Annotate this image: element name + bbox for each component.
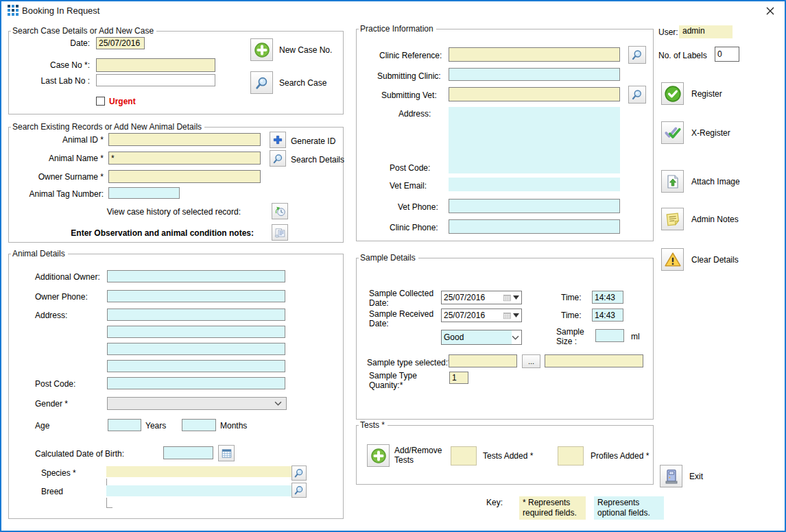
collected-time-field[interactable]	[592, 291, 623, 304]
animal-name-field[interactable]	[108, 152, 261, 165]
sample-received-date-value: 25/07/2016	[442, 311, 503, 320]
attach-image-icon	[665, 173, 681, 190]
sample-type-extra-field[interactable]	[545, 354, 643, 367]
sticky-note-icon	[665, 211, 681, 228]
close-button[interactable]	[761, 4, 779, 18]
window-title: Booking In Request	[22, 5, 99, 16]
breed-search-button[interactable]	[291, 483, 307, 498]
clinic-phone-field[interactable]	[449, 219, 620, 234]
new-case-button[interactable]	[250, 38, 273, 61]
chevron-down-icon	[512, 335, 519, 340]
search-details-button-label: Search Details	[291, 155, 344, 165]
search-icon	[294, 485, 305, 496]
last-lab-field[interactable]	[96, 74, 215, 86]
animal-name-label: Animal Name *	[9, 154, 104, 163]
sample-received-date-label: Sample Received Date:	[369, 309, 438, 328]
search-case-button[interactable]	[250, 71, 273, 94]
owner-surname-field[interactable]	[108, 170, 261, 183]
species-search-button[interactable]	[291, 466, 307, 481]
breed-field[interactable]	[106, 485, 291, 496]
sample-condition-value: Good	[442, 330, 512, 344]
register-button[interactable]	[661, 82, 684, 105]
clear-details-label: Clear Details	[691, 255, 739, 265]
vet-phone-label: Vet Phone:	[398, 202, 438, 212]
search-details-button[interactable]	[270, 150, 286, 167]
sample-received-date-picker[interactable]: 25/07/2016	[441, 309, 522, 322]
date-label: Date:	[9, 38, 90, 48]
post-code-label: Post Code:	[35, 379, 75, 389]
submitting-clinic-field[interactable]	[449, 68, 620, 81]
clinic-phone-label: Clinic Phone:	[390, 223, 438, 232]
months-label: Months	[220, 421, 247, 431]
dropdown-arrow-icon	[513, 295, 519, 300]
received-time-field[interactable]	[592, 309, 623, 322]
admin-notes-label: Admin Notes	[691, 215, 739, 224]
case-history-button[interactable]	[272, 203, 288, 219]
add-remove-tests-button[interactable]	[367, 444, 390, 467]
vet-email-field[interactable]	[449, 178, 620, 191]
new-case-button-label: New Case No.	[279, 45, 332, 55]
clear-details-button[interactable]	[661, 248, 684, 271]
exit-label: Exit	[689, 472, 703, 481]
observation-notes-button[interactable]	[272, 224, 288, 241]
case-no-field[interactable]	[96, 58, 215, 72]
group-sample-details-title: Sample Details	[359, 253, 418, 263]
exit-door-icon	[663, 468, 680, 485]
group-tests-title: Tests *	[359, 420, 388, 430]
sample-condition-select[interactable]: Good	[441, 330, 522, 345]
group-search-records-title: Search Existing Records or Add New Anima…	[11, 122, 204, 132]
dob-field[interactable]	[163, 446, 213, 459]
sample-type-quantity-field[interactable]	[449, 372, 468, 384]
age-months-field[interactable]	[182, 419, 216, 431]
post-code-field[interactable]	[107, 377, 285, 389]
warning-icon	[664, 251, 682, 269]
submitting-clinic-label: Submitting Clinic:	[377, 71, 441, 81]
address-line3-field[interactable]	[107, 343, 285, 355]
owner-surname-label: Owner Surname *	[9, 172, 104, 182]
species-field[interactable]	[106, 466, 291, 477]
gender-label: Gender *	[35, 399, 68, 409]
date-field[interactable]	[96, 37, 145, 49]
sample-type-browse-button[interactable]: ...	[522, 354, 540, 368]
animal-id-field[interactable]	[108, 133, 261, 146]
admin-notes-button[interactable]	[661, 208, 684, 230]
address-label: Address:	[35, 311, 67, 320]
no-of-labels-field[interactable]	[715, 47, 739, 62]
dob-calendar-button[interactable]	[218, 445, 235, 461]
address-line1-field[interactable]	[107, 309, 285, 321]
group-practice-information-title: Practice Information	[359, 24, 436, 34]
owner-phone-field[interactable]	[107, 290, 285, 302]
double-check-icon	[664, 124, 682, 142]
urgent-checkbox[interactable]	[96, 97, 105, 106]
age-years-field[interactable]	[108, 419, 141, 431]
animal-tag-field[interactable]	[108, 187, 180, 199]
sample-size-field[interactable]	[595, 329, 624, 342]
practice-address-label: Address:	[398, 109, 431, 119]
submitting-vet-search-button[interactable]	[628, 86, 646, 104]
practice-address-field[interactable]	[449, 107, 620, 173]
search-case-button-label: Search Case	[279, 78, 326, 88]
search-icon	[631, 49, 643, 61]
clinic-reference-search-button[interactable]	[628, 46, 646, 64]
generate-id-button[interactable]	[270, 132, 286, 148]
chevron-down-icon	[274, 401, 286, 406]
additional-owner-field[interactable]	[107, 270, 285, 282]
history-clock-icon	[274, 206, 286, 217]
attach-image-button[interactable]	[661, 170, 684, 193]
owner-phone-label: Owner Phone:	[35, 292, 88, 302]
profiles-added-box	[558, 446, 584, 466]
address-line4-field[interactable]	[107, 360, 285, 372]
plus-circle-icon	[370, 448, 387, 464]
search-icon	[294, 468, 305, 479]
vet-phone-field[interactable]	[449, 199, 620, 213]
clinic-reference-field[interactable]	[449, 47, 620, 62]
exit-button[interactable]	[660, 465, 682, 487]
sample-type-field[interactable]	[449, 354, 517, 367]
gender-select[interactable]	[107, 397, 287, 410]
submitting-vet-field[interactable]	[449, 87, 620, 101]
group-search-case-title: Search Case Details or Add New Case	[11, 26, 156, 36]
user-label: User:	[658, 27, 678, 37]
address-line2-field[interactable]	[107, 326, 285, 338]
sample-collected-date-picker[interactable]: 25/07/2016	[441, 291, 522, 304]
x-register-button[interactable]	[661, 121, 684, 144]
